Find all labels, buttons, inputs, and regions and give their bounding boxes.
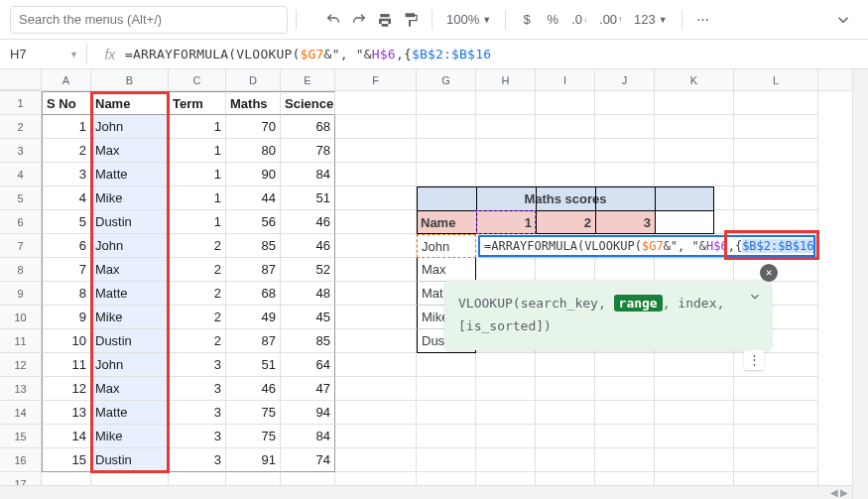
cell[interactable]: [417, 91, 476, 115]
cell[interactable]: [655, 139, 734, 163]
cell[interactable]: 1: [169, 210, 226, 234]
tooltip-more-icon[interactable]: ⋮: [744, 350, 764, 370]
cell[interactable]: 46: [226, 377, 281, 401]
cell[interactable]: 85: [226, 234, 281, 258]
cell[interactable]: Matte: [91, 401, 169, 425]
cell[interactable]: [476, 258, 536, 282]
cell[interactable]: [536, 258, 595, 282]
cell[interactable]: [335, 115, 417, 139]
horizontal-scrollbar[interactable]: ◀▶: [0, 485, 852, 499]
cell[interactable]: 87: [226, 258, 281, 282]
cell[interactable]: [536, 353, 595, 377]
cell[interactable]: [655, 163, 734, 187]
cell[interactable]: [536, 91, 595, 115]
spreadsheet-grid[interactable]: A B C D E F G H I J K L 1S NoNameTermMat…: [0, 69, 868, 499]
cell[interactable]: 3: [169, 401, 226, 425]
menu-search-input[interactable]: [10, 6, 288, 34]
cell[interactable]: [734, 163, 818, 187]
cell[interactable]: Max: [91, 258, 169, 282]
cell[interactable]: [734, 187, 818, 210]
cell[interactable]: 49: [226, 306, 281, 329]
cell[interactable]: [335, 353, 417, 377]
cell[interactable]: 91: [226, 448, 281, 472]
cell[interactable]: Matte: [91, 282, 169, 306]
cell[interactable]: 70: [226, 115, 281, 139]
row-header[interactable]: 3: [0, 139, 42, 163]
cell[interactable]: [335, 377, 417, 401]
cell[interactable]: [536, 401, 595, 425]
percent-button[interactable]: %: [540, 7, 565, 33]
cell[interactable]: [417, 425, 476, 448]
row-header[interactable]: 4: [0, 163, 42, 187]
col-header[interactable]: K: [655, 69, 734, 90]
cell[interactable]: [734, 448, 818, 472]
cell[interactable]: John: [91, 115, 169, 139]
cell[interactable]: 78: [281, 139, 335, 163]
cell[interactable]: Maths: [226, 91, 281, 115]
cell[interactable]: [476, 163, 536, 187]
tooltip-expand-icon[interactable]: [748, 290, 762, 304]
cell[interactable]: 12: [42, 377, 91, 401]
cell[interactable]: [476, 353, 536, 377]
cell-g7[interactable]: John: [417, 234, 476, 258]
cell[interactable]: 4: [42, 187, 91, 210]
cell[interactable]: 84: [281, 425, 335, 448]
cell[interactable]: [655, 377, 734, 401]
zoom-dropdown[interactable]: 100% ▼: [440, 7, 497, 33]
cell[interactable]: [734, 401, 818, 425]
cell[interactable]: 46: [281, 210, 335, 234]
cell[interactable]: [417, 401, 476, 425]
cell[interactable]: [734, 377, 818, 401]
currency-button[interactable]: $: [514, 7, 540, 33]
lookup-name-cell[interactable]: Max: [417, 258, 476, 282]
cell[interactable]: [595, 91, 655, 115]
cell[interactable]: 68: [281, 115, 335, 139]
cell[interactable]: 84: [281, 163, 335, 187]
cell[interactable]: [335, 425, 417, 448]
cell[interactable]: [476, 377, 536, 401]
cell[interactable]: [335, 306, 417, 329]
cell[interactable]: [734, 115, 818, 139]
row-header[interactable]: 2: [0, 115, 42, 139]
row-header[interactable]: 10: [0, 306, 42, 329]
cell[interactable]: [655, 91, 734, 115]
cell[interactable]: 90: [226, 163, 281, 187]
cell[interactable]: [595, 377, 655, 401]
cell[interactable]: [476, 401, 536, 425]
cell[interactable]: Dustin: [91, 448, 169, 472]
cell[interactable]: 94: [281, 401, 335, 425]
cell[interactable]: 9: [42, 306, 91, 329]
cell[interactable]: [476, 115, 536, 139]
cell[interactable]: 14: [42, 425, 91, 448]
cell[interactable]: [655, 258, 734, 282]
cell[interactable]: 74: [281, 448, 335, 472]
cell[interactable]: [335, 187, 417, 210]
cell[interactable]: 75: [226, 425, 281, 448]
cell[interactable]: [595, 163, 655, 187]
col-header[interactable]: E: [281, 69, 335, 90]
cell[interactable]: Dustin: [91, 329, 169, 353]
cell[interactable]: 48: [281, 282, 335, 306]
cell[interactable]: Max: [91, 377, 169, 401]
row-header[interactable]: 6: [0, 210, 42, 234]
cell[interactable]: 3: [169, 425, 226, 448]
cell[interactable]: Dustin: [91, 210, 169, 234]
cell[interactable]: Science: [281, 91, 335, 115]
more-icon[interactable]: ⋯: [690, 7, 716, 33]
cell[interactable]: [335, 91, 417, 115]
row-header[interactable]: 9: [0, 282, 42, 306]
paint-format-icon[interactable]: [398, 7, 424, 33]
cell[interactable]: 3: [42, 163, 91, 187]
cell[interactable]: [595, 139, 655, 163]
cell[interactable]: 2: [169, 234, 226, 258]
cell[interactable]: John: [91, 234, 169, 258]
cell[interactable]: 7: [42, 258, 91, 282]
cell[interactable]: Mike: [91, 306, 169, 329]
row-header[interactable]: 11: [0, 329, 42, 353]
col-header[interactable]: J: [595, 69, 655, 90]
cell[interactable]: [595, 115, 655, 139]
cell[interactable]: 3: [169, 448, 226, 472]
cell[interactable]: 45: [281, 306, 335, 329]
tooltip-close-icon[interactable]: ✕: [760, 264, 778, 282]
row-header[interactable]: 12: [0, 353, 42, 377]
